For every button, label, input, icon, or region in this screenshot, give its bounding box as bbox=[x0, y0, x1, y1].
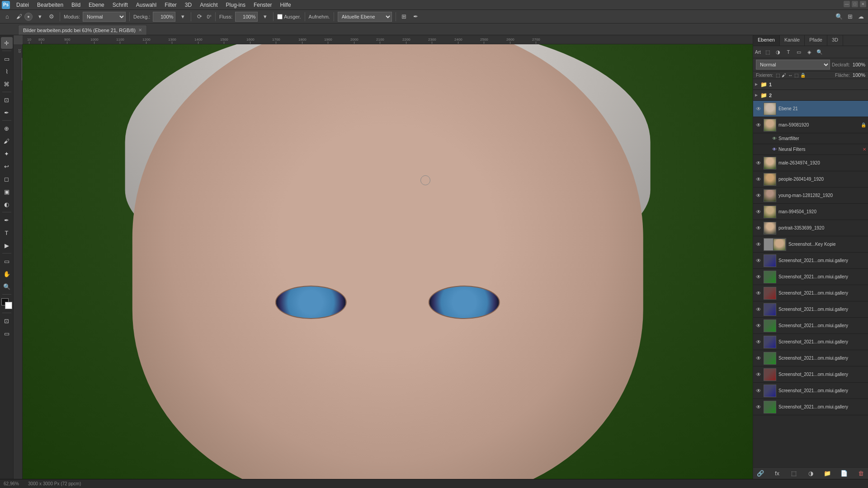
lock-artboard-icon[interactable]: ⬚ bbox=[794, 73, 798, 78]
quick-mask-btn[interactable]: ⊡ bbox=[1, 315, 13, 327]
magic-wand-tool[interactable]: ⌘ bbox=[1, 78, 13, 90]
layer-ebene21[interactable]: 👁 Ebene 21 bbox=[753, 101, 868, 117]
eye-visibility-ss8[interactable]: 👁 bbox=[755, 371, 762, 378]
layer-group-1[interactable]: ▶ 📁 1 bbox=[753, 79, 868, 90]
menu-hilfe[interactable]: Hilfe bbox=[277, 1, 295, 9]
flow-icon[interactable]: ▾ bbox=[260, 12, 269, 21]
layer-screenshot-2021-3[interactable]: 👁 Screenshot_2021...om.miui.gallery bbox=[753, 285, 868, 301]
eye-visibility-ss2[interactable]: 👁 bbox=[755, 273, 762, 281]
tab-ebenen[interactable]: Ebenen bbox=[753, 35, 780, 46]
menu-3d[interactable]: 3D bbox=[181, 1, 195, 9]
layer-screenshot-2021-4[interactable]: 👁 Screenshot_2021...om.miui.gallery bbox=[753, 301, 868, 318]
gradient-tool[interactable]: ▣ bbox=[1, 186, 13, 197]
eye-visibility-ss7[interactable]: 👁 bbox=[755, 355, 762, 362]
home-icon[interactable]: ⌂ bbox=[3, 12, 12, 21]
brush-tool[interactable]: 🖌 bbox=[1, 135, 13, 147]
eye-visibility-man59[interactable]: 👁 bbox=[755, 122, 762, 129]
file-tab-active[interactable]: Bilder bearbeiten.psdc bei 63% (Ebene 21… bbox=[18, 25, 147, 35]
layer-screenshot-2021-6[interactable]: 👁 Screenshot_2021...om.miui.gallery bbox=[753, 334, 868, 350]
delete-layer-btn[interactable]: 🗑 bbox=[856, 469, 865, 478]
minimize-button[interactable]: — bbox=[844, 1, 850, 7]
eye-visibility-ss10[interactable]: 👁 bbox=[755, 404, 762, 411]
menu-bild[interactable]: Bild bbox=[68, 1, 84, 9]
eye-visibility-portrait[interactable]: 👁 bbox=[755, 225, 762, 232]
marquee-tool[interactable]: ▭ bbox=[1, 53, 13, 65]
zoom-tool[interactable]: 🔍 bbox=[1, 281, 13, 292]
canvas-image[interactable] bbox=[23, 44, 753, 479]
menu-fenster[interactable]: Fenster bbox=[250, 1, 276, 9]
filter-type-btn[interactable]: T bbox=[784, 47, 793, 56]
move-tool[interactable]: ✛ bbox=[1, 37, 13, 49]
new-layer-btn[interactable]: 📄 bbox=[840, 469, 849, 478]
background-color[interactable] bbox=[5, 302, 12, 309]
neural-close-icon[interactable]: ✕ bbox=[863, 147, 866, 152]
layer-screenshot-2021-1[interactable]: 👁 Screenshot_2021...om.miui.gallery bbox=[753, 253, 868, 269]
history-tool[interactable]: ↩ bbox=[1, 160, 13, 172]
layer-screenshot-key-kopie[interactable]: 👁 Screenshot...Key Kopie bbox=[753, 236, 868, 253]
smartfilter-item[interactable]: 👁 Smartfilter bbox=[753, 133, 868, 144]
menu-auswahl[interactable]: Auswahl bbox=[132, 1, 160, 9]
eye-visibility-male[interactable]: 👁 bbox=[755, 160, 762, 167]
screen-mode-btn[interactable]: ▭ bbox=[1, 328, 13, 339]
filter-pixel-btn[interactable]: ⬚ bbox=[763, 47, 772, 56]
eye-visibility-ss4[interactable]: 👁 bbox=[755, 306, 762, 313]
eye-visibility-ss9[interactable]: 👁 bbox=[755, 387, 762, 394]
layer-portrait3353699[interactable]: 👁 portrait-3353699_1920 bbox=[753, 220, 868, 236]
layer-screenshot-2021-8[interactable]: 👁 Screenshot_2021...om.miui.gallery bbox=[753, 366, 868, 383]
layer-man59081920[interactable]: 👁 man-59081920 🔒 bbox=[753, 117, 868, 133]
tab-kanaele[interactable]: Kanäle bbox=[780, 35, 805, 46]
layer-male2634974[interactable]: 👁 male-2634974_1920 bbox=[753, 155, 868, 171]
layer-screenshot-2021-2[interactable]: 👁 Screenshot_2021...om.miui.gallery bbox=[753, 269, 868, 285]
add-mask-btn[interactable]: ⬚ bbox=[789, 469, 798, 478]
filter-smart-btn[interactable]: ◈ bbox=[805, 47, 814, 56]
menu-bearbeiten[interactable]: Bearbeiten bbox=[33, 1, 67, 9]
eyedropper-tool[interactable]: ✒ bbox=[1, 107, 13, 118]
search-btn[interactable]: 🔍 bbox=[815, 47, 824, 56]
layer-select[interactable]: Aktuelle Ebene bbox=[338, 12, 392, 22]
mode-select[interactable]: Normal Multiplizieren Abwedeln bbox=[83, 12, 126, 22]
close-button[interactable]: ✕ bbox=[860, 1, 866, 7]
eye-visibility-youngman[interactable]: 👁 bbox=[755, 192, 762, 199]
eye-visibility-ss1[interactable]: 👁 bbox=[755, 257, 762, 264]
eye-visibility-ebene21[interactable]: 👁 bbox=[755, 105, 762, 113]
layer-screenshot-2021-10[interactable]: 👁 Screenshot_2021...om.miui.gallery bbox=[753, 399, 868, 415]
layer-screenshot-2021-5[interactable]: 👁 Screenshot_2021...om.miui.gallery bbox=[753, 318, 868, 334]
filter-shape-btn[interactable]: ▭ bbox=[794, 47, 803, 56]
symmetry-icon[interactable]: ⊞ bbox=[400, 12, 409, 21]
search-icon[interactable]: 🔍 bbox=[835, 12, 844, 21]
layer-screenshot-2021-9[interactable]: 👁 Screenshot_2021...om.miui.gallery bbox=[753, 383, 868, 399]
layer-group-2[interactable]: ▶ 📁 2 bbox=[753, 90, 868, 101]
color-swatches[interactable] bbox=[1, 298, 12, 309]
menu-schrift[interactable]: Schrift bbox=[109, 1, 132, 9]
brush-settings-icon[interactable]: ⚙ bbox=[47, 12, 56, 21]
layout-icon[interactable]: ⊞ bbox=[845, 12, 854, 21]
eye-visibility-man994[interactable]: 👁 bbox=[755, 208, 762, 216]
airbrush-check[interactable] bbox=[277, 14, 283, 19]
menu-filter[interactable]: Filter bbox=[161, 1, 180, 9]
rectangle-tool[interactable]: ▭ bbox=[1, 255, 13, 267]
add-group-btn[interactable]: 📁 bbox=[823, 469, 832, 478]
canvas-area[interactable]: 10 800 900 1000 1100 1200 1300 1400 1500… bbox=[14, 35, 753, 479]
brush-preset-icon[interactable]: ▾ bbox=[35, 12, 44, 21]
eye-visibility-ss3[interactable]: 👁 bbox=[755, 290, 762, 297]
path-select-tool[interactable]: ▶ bbox=[1, 239, 13, 251]
brush-size-icon[interactable]: ● bbox=[24, 13, 33, 21]
lock-image-icon[interactable]: 🖌 bbox=[782, 73, 786, 78]
canvas-container[interactable] bbox=[23, 44, 753, 479]
link-layers-btn[interactable]: 🔗 bbox=[756, 469, 765, 478]
tab-close-button[interactable]: ✕ bbox=[138, 28, 142, 33]
tab-pfade[interactable]: Pfade bbox=[805, 35, 827, 46]
layer-people2604149[interactable]: 👁 people-2604149_1920 bbox=[753, 171, 868, 188]
eye-visibility-ss6[interactable]: 👁 bbox=[755, 338, 762, 346]
extra-icon[interactable]: ✒ bbox=[411, 12, 420, 21]
menu-plugins[interactable]: Plug-ins bbox=[222, 1, 249, 9]
eye-visibility-people[interactable]: 👁 bbox=[755, 176, 762, 183]
layer-man994504[interactable]: 👁 man-994504_1920 bbox=[753, 204, 868, 220]
neural-filter-item[interactable]: 👁 Neural Filters ✕ bbox=[753, 144, 868, 155]
menu-ansicht[interactable]: Ansicht bbox=[196, 1, 221, 9]
blend-mode-select[interactable]: Normal bbox=[756, 60, 830, 70]
lasso-tool[interactable]: ⌇ bbox=[1, 66, 13, 77]
opacity-input[interactable] bbox=[153, 12, 175, 22]
add-layer-style-btn[interactable]: fx bbox=[773, 469, 782, 478]
menu-ebene[interactable]: Ebene bbox=[85, 1, 108, 9]
